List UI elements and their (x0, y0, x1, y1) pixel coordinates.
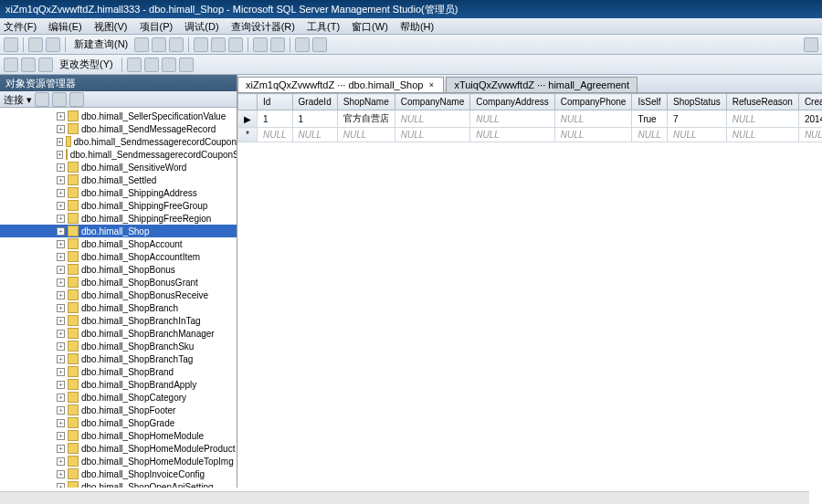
column-header[interactable]: CompanyName (395, 94, 469, 110)
menu-help[interactable]: 帮助(H) (400, 21, 434, 32)
tree-item[interactable]: +dbo.himall_ShopOpenApiSetting (0, 480, 237, 488)
open-icon[interactable] (28, 37, 43, 52)
tree-item[interactable]: +dbo.himall_ShopAccountItem (0, 250, 237, 263)
expand-icon[interactable]: + (57, 291, 65, 299)
cell[interactable]: NULL (632, 128, 668, 142)
cell[interactable]: 7 (668, 110, 727, 128)
tree-item[interactable]: +dbo.himall_ShippingFreeRegion (0, 212, 237, 225)
expand-icon[interactable]: + (57, 432, 65, 440)
expand-icon[interactable]: + (57, 445, 65, 453)
copy-icon[interactable] (211, 37, 226, 52)
tree-item[interactable]: +dbo.himall_ShopBrandApply (0, 378, 237, 391)
cell[interactable]: NULL (668, 128, 727, 142)
expand-icon[interactable]: + (57, 189, 65, 197)
cell[interactable]: NULL (395, 128, 469, 142)
tree-item[interactable]: +dbo.himall_ShopBranchSku (0, 340, 237, 352)
expand-icon[interactable]: + (57, 163, 65, 172)
document-tab[interactable]: xiZm1qQxZvwwftdZ ··· dbo.himall_Shop× (237, 77, 444, 92)
cell[interactable]: True (632, 110, 668, 128)
tree-item[interactable]: +dbo.himall_ShopBonusReceive (0, 289, 237, 301)
tree-item[interactable]: +dbo.himall_SellerSpecificationValue (0, 110, 237, 122)
expand-icon[interactable]: + (57, 138, 63, 146)
tree-item[interactable]: +dbo.himall_ShopAccount (0, 237, 237, 250)
data-grid-wrap[interactable]: IdGradeIdShopNameCompanyNameCompanyAddre… (237, 93, 822, 488)
cell[interactable]: 官方自营店 (337, 110, 395, 128)
menu-file[interactable]: 文件(F) (4, 21, 37, 32)
tree-item[interactable]: +dbo.himall_ShopHomeModuleTopImg (0, 455, 237, 467)
expand-icon[interactable]: + (57, 457, 65, 466)
tb-icon[interactable] (162, 58, 176, 72)
menu-edit[interactable]: 编辑(E) (48, 21, 82, 32)
tree-item[interactable]: +dbo.himall_ShopBonusGrant (0, 276, 237, 289)
expand-icon[interactable]: + (57, 176, 65, 184)
tree-item[interactable]: +dbo.himall_ShopBranchInTag (0, 314, 237, 327)
cell[interactable]: 2014-10-30 (798, 110, 822, 128)
column-header[interactable]: RefuseReason (726, 94, 798, 110)
expand-icon[interactable]: + (57, 381, 65, 389)
table-row[interactable]: ▶11官方自营店NULLNULLNULLTrue7NULL2014-10-30 (238, 110, 823, 128)
expand-icon[interactable]: + (57, 368, 65, 376)
column-header[interactable]: Id (258, 94, 293, 110)
db2-icon[interactable] (152, 37, 166, 52)
column-header[interactable]: CompanyPhone (554, 94, 632, 110)
expand-icon[interactable]: + (57, 355, 65, 363)
expand-icon[interactable]: + (57, 240, 65, 248)
tb-icon[interactable] (144, 58, 159, 72)
tree-item[interactable]: +dbo.himall_SendMessageRecord (0, 122, 237, 135)
column-header[interactable]: GradeId (292, 94, 337, 110)
new-icon[interactable] (4, 37, 18, 52)
redo-icon[interactable] (270, 37, 285, 52)
tree-item[interactable]: +dbo.himall_ShopGrade (0, 416, 237, 429)
connect-dropdown[interactable]: 连接 ▾ (4, 91, 32, 108)
tree-item[interactable]: +dbo.himall_ShopInvoiceConfig (0, 467, 237, 480)
table-row[interactable]: *NULLNULLNULLNULLNULLNULLNULLNULLNULLNUL… (238, 128, 823, 142)
column-header[interactable]: CreateDate (798, 94, 822, 110)
cut-icon[interactable] (194, 37, 208, 52)
search-icon[interactable] (804, 37, 818, 52)
cell[interactable]: 1 (258, 110, 293, 128)
tree-item[interactable]: +dbo.himall_SendmessagerecordCoupon (0, 135, 237, 148)
change-type-button[interactable]: 更改类型(Y) (59, 58, 113, 71)
undo-icon[interactable] (253, 37, 268, 52)
cell[interactable]: NULL (258, 128, 293, 142)
tb-icon[interactable] (38, 58, 53, 72)
expand-icon[interactable]: + (57, 125, 65, 133)
menu-view[interactable]: 视图(V) (94, 21, 128, 32)
paste-icon[interactable] (228, 37, 243, 52)
tree-item[interactable]: +dbo.himall_ShopBranchManager (0, 327, 237, 340)
cell[interactable]: NULL (554, 110, 632, 128)
cell[interactable]: NULL (554, 128, 632, 142)
close-icon[interactable]: × (427, 80, 436, 89)
expand-icon[interactable]: + (57, 470, 65, 478)
tree-item[interactable]: +dbo.himall_ShopHomeModuleProduct (0, 442, 237, 455)
cell[interactable]: NULL (798, 128, 822, 142)
expand-icon[interactable]: + (57, 266, 65, 274)
expand-icon[interactable]: + (57, 342, 65, 351)
cell[interactable]: NULL (726, 110, 798, 128)
object-tree[interactable]: +dbo.himall_SellerSpecificationValue+dbo… (0, 108, 237, 488)
expand-icon[interactable]: + (57, 483, 65, 488)
cell[interactable]: NULL (726, 128, 798, 142)
cell[interactable]: NULL (395, 110, 469, 128)
expand-icon[interactable]: + (57, 112, 65, 121)
tree-item[interactable]: +dbo.himall_ShopBranch (0, 301, 237, 314)
menu-tools[interactable]: 工具(T) (307, 21, 340, 32)
row-selector[interactable]: * (238, 128, 258, 142)
row-selector[interactable]: ▶ (238, 110, 258, 128)
tree-item[interactable]: +dbo.himall_Settled (0, 173, 237, 186)
expand-icon[interactable]: + (57, 215, 65, 223)
expand-icon[interactable]: + (57, 330, 65, 338)
expand-icon[interactable]: + (57, 394, 65, 402)
menu-window[interactable]: 窗口(W) (352, 21, 388, 32)
cell[interactable]: 1 (292, 110, 337, 128)
cell[interactable]: NULL (337, 128, 395, 142)
expand-icon[interactable]: + (57, 317, 65, 325)
tree-item[interactable]: +dbo.himall_Shop (0, 225, 237, 237)
tree-item[interactable]: +dbo.himall_ShopHomeModule (0, 429, 237, 442)
menu-project[interactable]: 项目(P) (140, 21, 174, 32)
expand-icon[interactable]: + (57, 278, 65, 287)
cell[interactable]: NULL (292, 128, 337, 142)
column-header[interactable]: IsSelf (632, 94, 668, 110)
db3-icon[interactable] (169, 37, 184, 52)
document-tab[interactable]: xTuiqQxZvwwftdZ ··· himall_Agreement (446, 77, 638, 92)
